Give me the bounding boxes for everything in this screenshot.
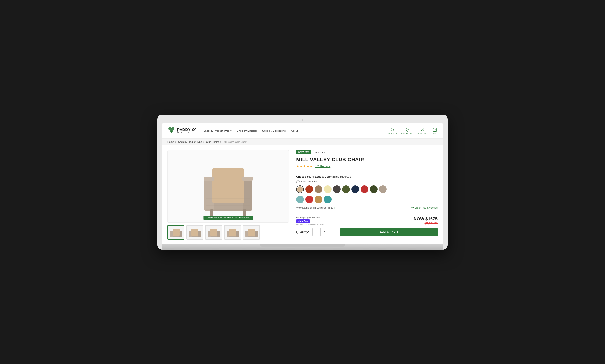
- elaine-smith-text: View Elaine Smith Designer Prints: [296, 207, 333, 209]
- nav-icon-group: SEARCH LOCATIONS ACCOUNT CART: [388, 128, 438, 134]
- logo-sub: furniture: [177, 131, 196, 134]
- laptop-screen: PADDY O' furniture Shop by Product Type …: [162, 123, 443, 244]
- search-icon: [391, 128, 395, 132]
- svg-rect-10: [204, 179, 214, 210]
- thumbnail-2[interactable]: [186, 225, 203, 240]
- swatch-dark-olive[interactable]: [370, 185, 378, 193]
- product-area: < DRAG TO ROTATE AND CLICK TO ZOOM >: [162, 145, 443, 244]
- nav-link-product-type[interactable]: Shop by Product Type ▾: [204, 129, 232, 132]
- cart-label: CART: [432, 132, 438, 134]
- elaine-smith-row: View Elaine Smith Designer Prints + Orde…: [296, 206, 438, 213]
- swatch-rust[interactable]: [305, 185, 313, 193]
- svg-rect-47: [411, 207, 412, 208]
- svg-point-4: [391, 128, 394, 131]
- thumbnail-5[interactable]: [243, 225, 260, 240]
- chevron-down-icon: ▾: [230, 130, 232, 132]
- svg-rect-19: [243, 209, 246, 216]
- swatch-tan[interactable]: [315, 185, 322, 193]
- fabric-label: Choose Your Fabric & Color: Bliss Butter…: [296, 175, 438, 178]
- swatch-red[interactable]: [361, 185, 368, 193]
- nav-link-material[interactable]: Shop by Material: [237, 129, 257, 132]
- swatch-olive[interactable]: [342, 185, 350, 193]
- swatch-navy[interactable]: [351, 185, 359, 193]
- reviews-link[interactable]: 142 Reviews: [315, 165, 330, 168]
- svg-rect-31: [192, 229, 198, 233]
- breadcrumb-club-chairs[interactable]: Club Chairs: [206, 141, 219, 143]
- svg-rect-43: [245, 231, 248, 237]
- swatch-red2[interactable]: [305, 195, 313, 203]
- navbar: PADDY O' furniture Shop by Product Type …: [162, 123, 443, 139]
- svg-rect-38: [227, 231, 229, 237]
- locations-label: LOCATIONS: [401, 132, 413, 134]
- swatch-caramel[interactable]: [315, 195, 322, 203]
- quantity-increase-button[interactable]: +: [329, 228, 337, 236]
- shamrock-icon: [167, 126, 175, 136]
- svg-rect-20: [204, 177, 214, 181]
- laptop-base: [162, 244, 443, 250]
- logo-main: PADDY O': [177, 128, 196, 132]
- svg-rect-46: [248, 229, 255, 233]
- account-button[interactable]: ACCOUNT: [417, 128, 428, 134]
- svg-rect-29: [198, 231, 201, 237]
- laptop-shell: PADDY O' furniture Shop by Product Type …: [157, 115, 448, 250]
- svg-point-6: [407, 129, 408, 130]
- shop-pay-badge: shop Pay: [296, 220, 310, 223]
- quantity-controls: − +: [312, 228, 337, 236]
- cart-button[interactable]: CART: [432, 128, 438, 134]
- svg-rect-12: [212, 186, 244, 203]
- info-icon[interactable]: i: [296, 180, 300, 183]
- cushion-label: i Bliss Cushions:: [296, 180, 438, 183]
- nav-link-about[interactable]: About: [291, 129, 298, 132]
- nav-links: Shop by Product Type ▾ Shop by Material …: [204, 129, 389, 132]
- stock-badge: IN STOCK: [313, 150, 328, 155]
- price-was: $2,180.00: [413, 222, 438, 225]
- swatches-icon: [411, 207, 414, 209]
- swatch-teal-light[interactable]: [296, 195, 304, 203]
- swatch-charcoal[interactable]: [333, 185, 341, 193]
- swatch-cream[interactable]: [324, 185, 331, 193]
- breadcrumb-home[interactable]: Home: [167, 141, 174, 143]
- locations-icon: [405, 128, 410, 132]
- product-badges: SAVE 23% IN STOCK: [296, 150, 438, 155]
- swatch-teal[interactable]: [324, 195, 331, 203]
- price-area: NOW $1675 $2,180.00: [413, 217, 438, 225]
- color-swatches-row1: [296, 185, 438, 193]
- add-to-cart-button[interactable]: Add to Cart: [341, 228, 438, 236]
- financing-text: Starting at $105/mo with: [296, 217, 324, 219]
- order-swatches-link[interactable]: Order Free Swatches: [411, 207, 438, 209]
- fabric-selected: Bliss Buttercup: [333, 175, 351, 178]
- search-button[interactable]: SEARCH: [388, 128, 397, 134]
- quantity-input[interactable]: [320, 228, 329, 236]
- cart-icon: [433, 128, 437, 132]
- svg-rect-41: [229, 229, 236, 233]
- thumbnail-4[interactable]: [224, 225, 241, 240]
- drag-hint: < DRAG TO ROTATE AND CLICK TO ZOOM >: [204, 216, 253, 220]
- shop-pay-area: Starting at $105/mo with shop Pay Instal…: [296, 217, 324, 225]
- price-now: NOW $1675: [413, 217, 438, 222]
- svg-rect-44: [255, 231, 258, 237]
- star-rating: ★★★★★: [296, 164, 313, 168]
- save-badge: SAVE 23%: [296, 150, 311, 155]
- locations-button[interactable]: LOCATIONS: [401, 128, 413, 134]
- svg-rect-36: [210, 229, 217, 233]
- quantity-row: Quantity: − + Add to Cart: [296, 228, 438, 236]
- account-icon: [420, 128, 425, 132]
- swatch-taupe[interactable]: [379, 185, 387, 193]
- quantity-decrease-button[interactable]: −: [313, 228, 320, 236]
- thumbnail-3[interactable]: [205, 225, 222, 240]
- plus-icon: +: [334, 206, 336, 209]
- rating-row: ★★★★★ 142 Reviews: [296, 164, 438, 172]
- thumbnail-1[interactable]: [167, 225, 184, 240]
- svg-rect-11: [243, 179, 252, 210]
- main-product-image[interactable]: < DRAG TO ROTATE AND CLICK TO ZOOM >: [167, 150, 289, 223]
- product-info: SAVE 23% IN STOCK MILL VALLEY CLUB CHAIR…: [296, 150, 438, 240]
- nav-link-collections[interactable]: Shop by Collections: [262, 129, 286, 132]
- product-images: < DRAG TO ROTATE AND CLICK TO ZOOM >: [167, 150, 289, 240]
- svg-rect-18: [210, 209, 213, 216]
- swatch-buttercup[interactable]: [296, 185, 304, 193]
- breadcrumb-product-type[interactable]: Shop by Product Type: [178, 141, 202, 143]
- svg-rect-26: [173, 229, 179, 233]
- color-swatches-row2: [296, 195, 438, 203]
- logo[interactable]: PADDY O' furniture: [167, 126, 196, 136]
- svg-rect-24: [179, 231, 182, 237]
